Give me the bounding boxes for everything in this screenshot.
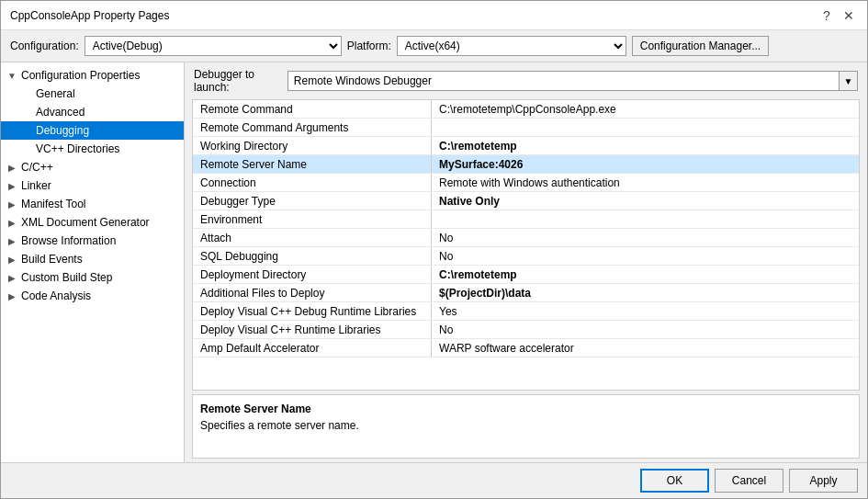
prop-name-cell: Debugger Type	[193, 192, 432, 210]
platform-label: Platform:	[347, 40, 391, 52]
table-row[interactable]: Remote Command Arguments	[193, 119, 859, 137]
expander-icon-cpp: ▶	[5, 160, 19, 175]
prop-name-cell: Remote Command Arguments	[193, 119, 432, 136]
expander-icon-general	[19, 86, 34, 101]
sidebar-label-config-properties: Configuration Properties	[19, 69, 140, 82]
table-row[interactable]: Deploy Visual C++ Debug Runtime Librarie…	[193, 302, 859, 321]
prop-value-cell: C:\remotetemp\CppConsoleApp.exe	[432, 100, 624, 118]
cancel-button[interactable]: Cancel	[715, 469, 783, 493]
sidebar-item-cpp[interactable]: ▶C/C++	[1, 158, 184, 176]
sidebar-item-debugging[interactable]: Debugging	[1, 121, 184, 140]
toolbar: Configuration: Active(Debug) Platform: A…	[1, 30, 867, 62]
sidebar-item-code-analysis[interactable]: ▶Code Analysis	[1, 287, 184, 305]
debugger-launch-label: Debugger to launch:	[194, 68, 282, 94]
table-row[interactable]: Amp Default AcceleratorWARP software acc…	[193, 339, 859, 357]
sidebar-label-code-analysis: Code Analysis	[19, 289, 91, 302]
sidebar-item-content-config-properties[interactable]: ▼Configuration Properties	[1, 66, 184, 85]
dialog-title: CppConsoleApp Property Pages	[10, 9, 169, 22]
properties-table: Remote CommandC:\remotetemp\CppConsoleAp…	[192, 99, 860, 391]
prop-value-cell: No	[432, 321, 460, 338]
prop-name-cell: Deployment Directory	[193, 266, 432, 283]
debugger-dropdown[interactable]: Remote Windows Debugger ▼	[287, 71, 858, 91]
table-row[interactable]: AttachNo	[193, 229, 859, 247]
expander-icon-browse-info: ▶	[5, 233, 19, 248]
sidebar-item-content-manifest-tool[interactable]: ▶Manifest Tool	[1, 195, 184, 213]
sidebar: ▼Configuration PropertiesGeneralAdvanced…	[1, 62, 185, 462]
prop-value-cell: C:\remotetemp	[432, 137, 524, 154]
sidebar-item-config-properties[interactable]: ▼Configuration Properties	[1, 66, 184, 85]
sidebar-label-browse-info: Browse Information	[19, 234, 116, 247]
sidebar-item-content-browse-info[interactable]: ▶Browse Information	[1, 232, 184, 250]
sidebar-item-custom-build-step[interactable]: ▶Custom Build Step	[1, 268, 184, 287]
table-row[interactable]: Deploy Visual C++ Runtime LibrariesNo	[193, 321, 859, 339]
right-panel: Debugger to launch: Remote Windows Debug…	[185, 62, 867, 462]
prop-name-cell: Environment	[193, 210, 432, 228]
prop-name-cell: Working Directory	[193, 137, 432, 154]
prop-value-cell: Yes	[432, 302, 465, 320]
property-pages-dialog: CppConsoleApp Property Pages ? ✕ Configu…	[0, 0, 868, 499]
expander-icon-custom-build-step: ▶	[5, 270, 19, 285]
sidebar-item-content-vc-directories[interactable]: VC++ Directories	[1, 140, 184, 158]
sidebar-item-browse-info[interactable]: ▶Browse Information	[1, 232, 184, 250]
config-label: Configuration:	[10, 40, 79, 52]
sidebar-item-advanced[interactable]: Advanced	[1, 103, 184, 121]
sidebar-item-content-cpp[interactable]: ▶C/C++	[1, 158, 184, 176]
prop-name-cell: Remote Command	[193, 100, 432, 118]
sidebar-item-content-build-events[interactable]: ▶Build Events	[1, 250, 184, 268]
sidebar-tree: ▼Configuration PropertiesGeneralAdvanced…	[1, 66, 184, 305]
prop-value-cell: Remote with Windows authentication	[432, 174, 627, 191]
description-title: Remote Server Name	[200, 403, 851, 415]
description-panel: Remote Server Name Specifies a remote se…	[192, 394, 860, 459]
sidebar-item-content-xml-doc-gen[interactable]: ▶XML Document Generator	[1, 213, 184, 232]
sidebar-label-advanced: Advanced	[34, 106, 85, 119]
expander-icon-debugging	[19, 123, 34, 138]
prop-name-cell: Remote Server Name	[193, 155, 432, 173]
sidebar-item-content-custom-build-step[interactable]: ▶Custom Build Step	[1, 268, 184, 287]
prop-name-cell: Amp Default Accelerator	[193, 339, 432, 357]
sidebar-item-linker[interactable]: ▶Linker	[1, 176, 184, 195]
prop-name-cell: Additional Files to Deploy	[193, 284, 432, 301]
sidebar-item-content-general[interactable]: General	[1, 85, 184, 103]
sidebar-label-custom-build-step: Custom Build Step	[19, 271, 112, 284]
table-row[interactable]: Remote CommandC:\remotetemp\CppConsoleAp…	[193, 100, 859, 119]
sidebar-label-vc-directories: VC++ Directories	[34, 142, 119, 155]
config-manager-button[interactable]: Configuration Manager...	[632, 36, 769, 56]
main-content: ▼Configuration PropertiesGeneralAdvanced…	[1, 62, 867, 462]
table-row[interactable]: Environment	[193, 210, 859, 229]
table-row[interactable]: Additional Files to Deploy$(ProjectDir)\…	[193, 284, 859, 302]
expander-icon-linker: ▶	[5, 178, 19, 193]
table-row[interactable]: Deployment DirectoryC:\remotetemp	[193, 266, 859, 284]
apply-button[interactable]: Apply	[789, 469, 858, 493]
help-button[interactable]: ?	[817, 6, 836, 25]
sidebar-item-vc-directories[interactable]: VC++ Directories	[1, 140, 184, 158]
table-row[interactable]: Remote Server NameMySurface:4026	[193, 155, 859, 174]
table-row[interactable]: Working DirectoryC:\remotetemp	[193, 137, 859, 155]
close-button[interactable]: ✕	[840, 6, 858, 25]
sidebar-item-content-code-analysis[interactable]: ▶Code Analysis	[1, 287, 184, 305]
sidebar-item-build-events[interactable]: ▶Build Events	[1, 250, 184, 268]
sidebar-item-xml-doc-gen[interactable]: ▶XML Document Generator	[1, 213, 184, 232]
sidebar-item-content-linker[interactable]: ▶Linker	[1, 176, 184, 195]
sidebar-item-content-debugging[interactable]: Debugging	[1, 121, 184, 140]
ok-button[interactable]: OK	[640, 469, 709, 493]
table-row[interactable]: SQL DebuggingNo	[193, 247, 859, 266]
sidebar-item-general[interactable]: General	[1, 85, 184, 103]
prop-value-cell: $(ProjectDir)\data	[432, 284, 538, 301]
debugger-dropdown-text: Remote Windows Debugger	[288, 74, 839, 87]
debugger-dropdown-arrow[interactable]: ▼	[839, 72, 857, 90]
prop-value-cell: WARP software accelerator	[432, 339, 581, 357]
prop-name-cell: Deploy Visual C++ Runtime Libraries	[193, 321, 432, 338]
sidebar-label-cpp: C/C++	[19, 161, 53, 174]
prop-name-cell: SQL Debugging	[193, 247, 432, 265]
table-row[interactable]: ConnectionRemote with Windows authentica…	[193, 174, 859, 192]
sidebar-item-manifest-tool[interactable]: ▶Manifest Tool	[1, 195, 184, 213]
title-bar: CppConsoleApp Property Pages ? ✕	[1, 1, 867, 30]
platform-select[interactable]: Active(x64)	[397, 36, 626, 56]
sidebar-item-content-advanced[interactable]: Advanced	[1, 103, 184, 121]
prop-value-cell: MySurface:4026	[432, 155, 530, 173]
table-row[interactable]: Debugger TypeNative Only	[193, 192, 859, 210]
prop-name-cell: Attach	[193, 229, 432, 246]
debugger-launch-row: Debugger to launch: Remote Windows Debug…	[185, 62, 867, 99]
configuration-select[interactable]: Active(Debug)	[85, 36, 342, 56]
prop-value-cell: C:\remotetemp	[432, 266, 524, 283]
